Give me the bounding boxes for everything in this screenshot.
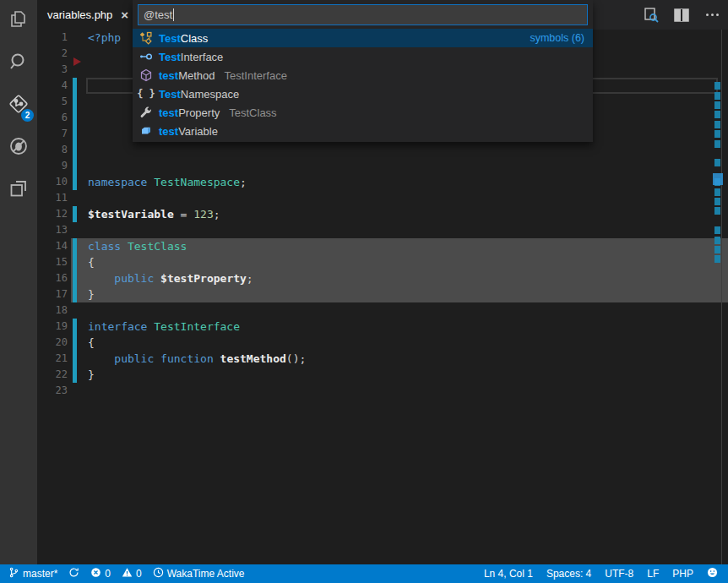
activity-item-search[interactable]	[0, 42, 37, 84]
status-master[interactable]: master*	[8, 567, 57, 580]
activity-item-explorer[interactable]	[0, 0, 37, 42]
explorer-icon	[8, 8, 30, 34]
line-number: 4	[37, 78, 71, 94]
git-modified-gutter	[71, 110, 78, 126]
overview-modified-mark	[714, 198, 720, 205]
quick-open-item-TestInterface[interactable]: TestInterface	[133, 47, 593, 66]
git-modified-gutter	[71, 351, 78, 367]
symbol-detail: TestClass	[229, 106, 276, 119]
code-text	[78, 222, 728, 238]
git-modified-gutter	[71, 383, 78, 399]
code-text: public $testProperty;	[78, 270, 728, 286]
code-line-17[interactable]: 17}	[37, 286, 728, 302]
quick-open-item-testMethod[interactable]: testMethodTestInterface	[133, 66, 593, 84]
line-number: 18	[37, 302, 71, 319]
code-text: {	[78, 254, 728, 270]
line-number: 13	[37, 222, 71, 238]
overview-modified-mark	[714, 237, 720, 244]
overview-modified-mark	[714, 82, 720, 90]
quick-open-item-testProperty[interactable]: testPropertyTestClass	[133, 103, 593, 122]
line-number: 17	[37, 286, 71, 302]
quick-open-item-TestClass[interactable]: TestClasssymbols (6)	[133, 29, 593, 47]
status-smiley[interactable]	[707, 567, 718, 580]
status-php[interactable]: PHP	[672, 568, 693, 580]
git-deleted-marker	[73, 57, 81, 66]
line-number: 2	[37, 46, 71, 62]
status-sync[interactable]	[68, 567, 79, 580]
quick-open-item-testVariable[interactable]: testVariable	[133, 122, 593, 140]
code-line-11[interactable]: 11	[37, 190, 728, 206]
code-text	[78, 190, 728, 206]
code-line-19[interactable]: 19interface TestInterface	[37, 319, 728, 335]
line-number: 15	[37, 254, 71, 270]
line-number: 6	[37, 110, 71, 126]
open-changes-icon[interactable]	[642, 6, 660, 25]
code-line-21[interactable]: 21 public function testMethod();	[37, 351, 728, 367]
symbol-property-icon	[139, 106, 153, 119]
split-editor-icon[interactable]	[672, 6, 691, 25]
line-number: 12	[37, 206, 71, 222]
more-actions-icon[interactable]	[703, 6, 721, 25]
quick-open-input[interactable]: @test	[138, 4, 588, 25]
symbol-label: TestClass	[159, 32, 208, 45]
status-bar-right: Ln 4, Col 1Spaces: 4UTF-8LFPHP	[484, 567, 728, 580]
tab-variables-php[interactable]: variables.php ×	[37, 0, 139, 30]
git-modified-gutter	[71, 302, 78, 319]
symbol-interface-icon	[139, 50, 153, 63]
activity-item-extensions[interactable]	[0, 169, 37, 211]
status-utf-8[interactable]: UTF-8	[605, 568, 633, 580]
quick-open-item-TestNamespace[interactable]: { }TestNamespace	[133, 84, 593, 103]
line-number: 20	[37, 335, 71, 351]
code-line-12[interactable]: 12$testVariable = 123;	[37, 206, 728, 222]
status-wakatime-active[interactable]: WakaTime Active	[153, 567, 245, 580]
code-line-14[interactable]: 14class TestClass	[37, 238, 728, 254]
line-number: 21	[37, 351, 71, 367]
code-line-22[interactable]: 22}	[37, 367, 728, 383]
line-number: 3	[37, 62, 71, 78]
close-icon[interactable]: ×	[121, 8, 128, 21]
git-modified-gutter	[71, 319, 78, 335]
git-modified-gutter	[71, 78, 78, 94]
quick-open-widget: @test TestClasssymbols (6)TestInterfacet…	[133, 0, 593, 142]
code-text: {	[78, 335, 728, 351]
activity-item-debug[interactable]	[0, 127, 37, 169]
code-text: class TestClass	[78, 238, 728, 254]
code-line-16[interactable]: 16 public $testProperty;	[37, 270, 728, 286]
status-label: master*	[23, 568, 57, 580]
line-number: 19	[37, 319, 71, 335]
code-line-13[interactable]: 13	[37, 222, 728, 238]
line-number: 14	[37, 238, 71, 254]
code-line-18[interactable]: 18	[37, 302, 728, 319]
code-line-8[interactable]: 8	[37, 142, 728, 158]
code-line-9[interactable]: 9	[37, 158, 728, 174]
status-spaces-4[interactable]: Spaces: 4	[546, 568, 591, 580]
code-line-10[interactable]: 10namespace TestNamespace;	[37, 174, 728, 190]
branch-icon	[8, 567, 19, 580]
overview-modified-mark	[714, 130, 720, 138]
code-text	[78, 142, 728, 158]
status-ln-4-col-1[interactable]: Ln 4, Col 1	[484, 568, 533, 580]
symbol-label: testProperty	[159, 106, 220, 119]
editor-actions	[642, 0, 721, 30]
debug-icon	[8, 135, 30, 161]
code-text: interface TestInterface	[78, 319, 728, 335]
status-0[interactable]: 0	[90, 567, 111, 580]
overview-rangehighlight-mark	[713, 173, 723, 185]
text-caret	[173, 8, 174, 21]
status-lf[interactable]: LF	[647, 568, 659, 580]
code-line-15[interactable]: 15{	[37, 254, 728, 270]
tab-label: variables.php	[47, 8, 112, 21]
line-number: 5	[37, 94, 71, 110]
line-number: 16	[37, 270, 71, 286]
warning-icon	[122, 567, 133, 580]
code-line-20[interactable]: 20{	[37, 335, 728, 351]
quick-open-input-wrap: @test	[133, 0, 593, 29]
activity-item-source-control[interactable]: 2	[0, 84, 37, 127]
status-0[interactable]: 0	[122, 567, 142, 580]
overview-ruler-border	[721, 30, 722, 564]
git-modified-gutter	[71, 94, 78, 110]
code-text: namespace TestNamespace;	[78, 174, 728, 190]
vscode-window: variables.php × 2	[0, 0, 728, 583]
code-line-23[interactable]: 23	[37, 383, 728, 399]
overview-modified-mark	[714, 92, 720, 100]
